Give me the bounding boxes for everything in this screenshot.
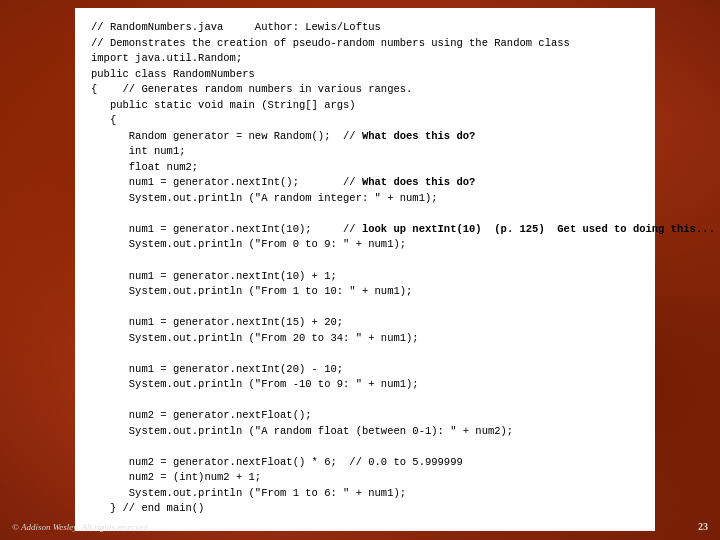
line29: num2 = generator.nextFloat() * 6; // 0.0… [91,456,463,468]
line28 [91,440,97,452]
line30: num2 = (int)num2 + 1; [91,471,261,483]
line13 [91,207,97,219]
line8: Random generator = new Random(); // What… [91,130,475,142]
line14: num1 = generator.nextInt(10); // look up… [91,223,715,235]
line17: num1 = generator.nextInt(10) + 1; [91,270,337,282]
line26: num2 = generator.nextFloat(); [91,409,312,421]
line25 [91,394,97,406]
line27: System.out.println ("A random float (bet… [91,425,513,437]
line12: System.out.println ("A random integer: "… [91,192,438,204]
line5: { // Generates random numbers in various… [91,83,412,95]
footer: © Addison Wesley. All rights reserved 23 [0,521,720,532]
line23: num1 = generator.nextInt(20) - 10; [91,363,343,375]
line19 [91,301,97,313]
line10: float num2; [91,161,198,173]
line11: num1 = generator.nextInt(); // What does… [91,176,475,188]
line22 [91,347,97,359]
line7: { [91,114,116,126]
line21: System.out.println ("From 20 to 34: " + … [91,332,419,344]
line9: int num1; [91,145,186,157]
line24: System.out.println ("From -10 to 9: " + … [91,378,419,390]
page-number: 23 [698,521,708,532]
line4: public class RandomNumbers [91,68,255,80]
code-block: // RandomNumbers.java Author: Lewis/Loft… [91,20,639,517]
line20: num1 = generator.nextInt(15) + 20; [91,316,343,328]
line32: } // end main() [91,502,204,514]
line16 [91,254,97,266]
line6: public static void main (String[] args) [91,99,356,111]
line18: System.out.println ("From 1 to 10: " + n… [91,285,412,297]
line3: import java.util.Random; [91,52,242,64]
slide-content: // RandomNumbers.java Author: Lewis/Loft… [75,8,655,531]
line2: // Demonstrates the creation of pseudo-r… [91,37,570,49]
line31: System.out.println ("From 1 to 6: " + nu… [91,487,406,499]
line15: System.out.println ("From 0 to 9: " + nu… [91,238,406,250]
copyright-text: © Addison Wesley. All rights reserved [12,522,148,532]
line1: // RandomNumbers.java Author: Lewis/Loft… [91,21,381,33]
